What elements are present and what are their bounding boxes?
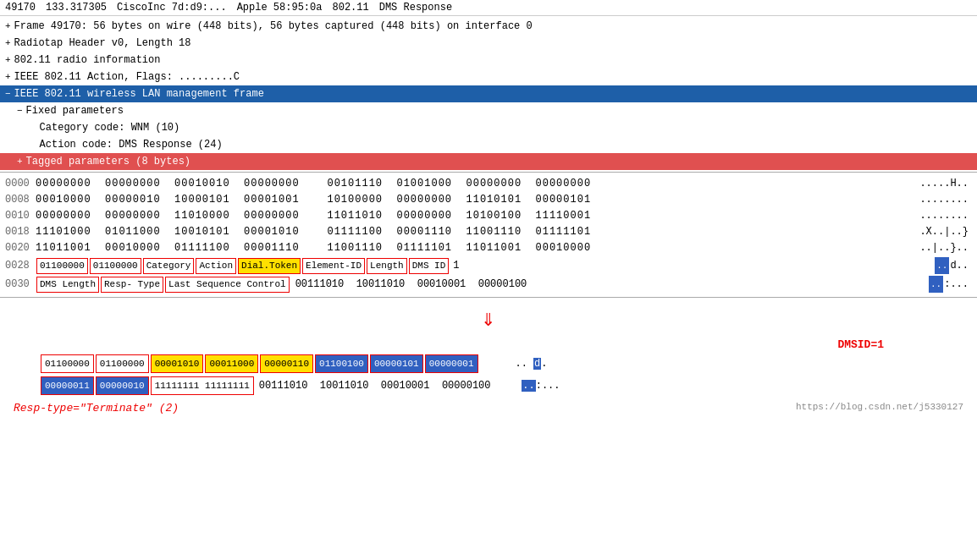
dms-plain-bytes-row2: 00111010 10011010 00010001 00000100	[259, 380, 491, 392]
detail-action-code[interactable]: └ Action code: DMS Response (24)	[0, 136, 977, 153]
packet-protocol: 802.11	[332, 2, 368, 14]
dms-id-label-container: DMSID=1	[8, 338, 969, 351]
hex-bytes-0000: 00000000 00000000 00010010 00000000 0010…	[36, 177, 896, 191]
ann-offset-0030: 0030	[5, 276, 36, 293]
hex-row-0010: 0010 00000000 00000000 11010000 00000000…	[0, 208, 977, 224]
packet-list-row[interactable]: 49170 133.317305 CiscoInc 7d:d9:... Appl…	[0, 0, 977, 16]
expand-icon-fixed-params[interactable]: −	[17, 103, 23, 118]
detail-frame-text: Frame 49170: 56 bytes on wire (448 bits)…	[14, 19, 533, 34]
hex-offset-0000: 0000	[5, 177, 36, 191]
label-element-id: Element-ID	[302, 258, 365, 274]
packet-info: DMS Response	[379, 2, 452, 14]
detail-ieee-wireless-text: IEEE 802.11 wireless LAN management fram…	[14, 86, 264, 102]
detail-frame[interactable]: + Frame 49170: 56 bytes on wire (448 bit…	[0, 18, 977, 35]
url-label: https://blog.csdn.net/j5330127	[796, 402, 963, 415]
hex-dump-panel: 0000 00000000 00000000 00010010 00000000…	[0, 173, 977, 298]
expand-icon-ieee-action[interactable]: +	[5, 69, 11, 85]
down-arrow-icon: ⇓	[482, 308, 496, 332]
ann-ascii-0030: ..:...	[896, 276, 972, 293]
packet-time: 133.317305	[46, 2, 107, 14]
hex-row-0018: 0018 11101000 01011000 10010101 00001010…	[0, 224, 977, 240]
label-dial-token: Dial.Token	[238, 258, 301, 274]
hex-bytes-0020: 11011001 00010000 01111100 00001110 1100…	[36, 241, 896, 255]
annotated-row-0028: 0028 01100000 01100000 Category Action D…	[0, 256, 977, 275]
detail-category[interactable]: └ Category code: WNM (10)	[0, 119, 977, 136]
detail-category-text: Category code: WNM (10)	[40, 120, 180, 135]
detail-ieee-action[interactable]: + IEEE 802.11 Action, Flags: .........C	[0, 69, 977, 85]
resp-type-label: Resp-type="Terminate" (2)	[14, 402, 179, 415]
label-length: Length	[367, 258, 407, 274]
detail-radio-info-text: 802.11 radio information	[14, 52, 161, 68]
dms-diagram-row1: 01100000 01100000 00001010 00011000 0000…	[8, 354, 969, 373]
label-category: Category	[143, 258, 195, 274]
hex-offset-0020: 0020	[5, 241, 36, 255]
hex-row-0000: 0000 00000000 00000000 00010010 00000000…	[0, 176, 977, 192]
hex-bytes-0018: 11101000 01011000 10010101 00001010 0111…	[36, 225, 896, 239]
hex-offset-0008: 0008	[5, 193, 36, 207]
arrow-container: ⇓	[8, 305, 969, 335]
ascii-dots-0030: ..	[929, 276, 943, 293]
bottom-section: ⇓ DMSID=1 01100000 01100000 00001010 000…	[0, 298, 977, 421]
suffix-1: 1	[453, 257, 459, 274]
hex-row-0008: 0008 00010000 00000010 10000101 00001001…	[0, 192, 977, 208]
dms-cell-r1-1: 01100000	[41, 354, 94, 373]
footer-labels: Resp-type="Terminate" (2) https://blog.c…	[8, 398, 969, 415]
ann-offset-0028: 0028	[5, 257, 36, 274]
detail-tagged-params-text: Tagged parameters (8 bytes)	[26, 154, 190, 169]
detail-tagged-params[interactable]: + Tagged parameters (8 bytes)	[0, 153, 977, 170]
label-dms-id: DMS ID	[409, 258, 450, 274]
ann-content-0030: DMS Length Resp- Type Last Sequence Cont…	[36, 276, 896, 293]
label-last-seq-ctrl: Last Sequence Control	[165, 277, 290, 293]
dms-cell-r1-6: 01100100	[315, 354, 368, 373]
expand-icon-frame[interactable]: +	[5, 19, 11, 34]
dms-cell-r1-3: 00001010	[151, 354, 204, 373]
expand-icon-ieee-wireless[interactable]: −	[5, 86, 11, 102]
detail-fixed-params-text: Fixed parameters	[26, 103, 124, 118]
packet-number: 49170	[5, 2, 36, 14]
detail-ieee-action-text: IEEE 802.11 Action, Flags: .........C	[14, 69, 240, 85]
dms-cell-r1-4: 00011000	[205, 354, 258, 373]
ascii-dots-0028: ..	[935, 257, 949, 274]
byte-0028-a: 01100000	[36, 258, 88, 274]
dms-ascii-row2: ..:...	[493, 380, 560, 392]
dms-cell-r1-2: 01100000	[96, 354, 149, 373]
detail-radiotap-text: Radiotap Header v0, Length 18	[14, 36, 191, 51]
expand-icon-tagged-params[interactable]: +	[17, 154, 23, 169]
packet-source: CiscoInc 7d:d9:...	[117, 2, 227, 14]
hex-ascii-0008: ........	[896, 193, 972, 207]
hex-offset-0018: 0018	[5, 225, 36, 239]
label-resp-type: Resp- Type	[101, 277, 163, 293]
label-action: Action	[196, 258, 236, 274]
packet-dest: Apple 58:95:0a	[237, 2, 323, 14]
diagram-container: ⇓ DMSID=1 01100000 01100000 00001010 000…	[8, 305, 969, 415]
detail-radio-info[interactable]: + 802.11 radio information	[0, 52, 977, 69]
detail-fixed-params[interactable]: − Fixed parameters	[0, 102, 977, 119]
detail-ieee-wireless[interactable]: − IEEE 802.11 wireless LAN management fr…	[0, 85, 977, 102]
ascii-d-char: d	[533, 358, 541, 370]
ann-content-0028: 01100000 01100000 Category Action Dial.T…	[36, 257, 896, 274]
dms-cell-r1-5: 00000110	[260, 354, 313, 373]
hex-ascii-0020: ..|..}..	[896, 241, 972, 255]
dms-cell-r1-7: 00000101	[370, 354, 423, 373]
ascii-blue-dots: ..	[522, 380, 535, 392]
hex-ascii-0000: .....H..	[896, 177, 972, 191]
dms-id-label: DMSID=1	[837, 338, 884, 351]
hex-offset-0010: 0010	[5, 209, 36, 223]
dms-cell-r1-8: 00000001	[425, 354, 478, 373]
expand-icon-radiotap[interactable]: +	[5, 36, 11, 51]
plain-bytes-0030: 00111010 10011010 00010001 00000100	[295, 276, 527, 293]
dms-cell-r2-1: 00000011	[41, 376, 94, 395]
dms-diagram-row2: 00000011 00000010 11111111 11111111 0011…	[8, 376, 969, 395]
label-dms-length: DMS Length	[36, 277, 99, 293]
hex-row-0020: 0020 11011001 00010000 01111100 00001110…	[0, 240, 977, 256]
hex-ascii-0010: ........	[896, 209, 972, 223]
byte-0028-b: 01100000	[90, 258, 141, 274]
detail-radiotap[interactable]: + Radiotap Header v0, Length 18	[0, 35, 977, 52]
expand-icon-radio-info[interactable]: +	[5, 52, 11, 68]
dms-ascii-row1: .. d.	[480, 358, 548, 370]
detail-action-code-text: Action code: DMS Response (24)	[40, 137, 223, 152]
hex-bytes-0008: 00010000 00000010 10000101 00001001 1010…	[36, 193, 896, 207]
dms-cell-r2-3: 11111111 11111111	[151, 376, 254, 395]
dms-cell-r2-2: 00000010	[96, 376, 149, 395]
hex-bytes-0010: 00000000 00000000 11010000 00000000 1101…	[36, 209, 896, 223]
